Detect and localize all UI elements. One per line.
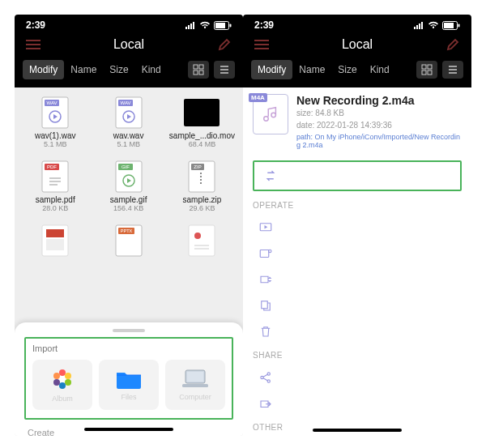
- grid-view-icon[interactable]: [416, 61, 437, 79]
- file-thumb-icon: [37, 225, 73, 256]
- operate-copy[interactable]: [253, 292, 462, 318]
- import-tile-label: Album: [52, 395, 73, 403]
- home-indicator[interactable]: [313, 429, 402, 432]
- svg-text:PPTX: PPTX: [120, 228, 132, 233]
- svg-rect-4: [199, 65, 203, 69]
- file-name: wav(1).wav: [23, 131, 87, 140]
- import-highlight-box: Import AlbumFilesComputer: [24, 337, 233, 420]
- menu-icon[interactable]: [24, 37, 42, 52]
- svg-rect-54: [260, 250, 269, 258]
- file-item[interactable]: WAVwav(1).wav5.1 MB: [21, 94, 89, 153]
- file-ext-badge: M4A: [249, 93, 267, 102]
- svg-rect-31: [189, 225, 215, 256]
- photos-icon: [50, 367, 75, 391]
- svg-point-59: [267, 380, 270, 382]
- svg-text:WAV: WAV: [120, 100, 130, 105]
- signal-icon: [185, 21, 196, 29]
- phone-left: 2:39 Local Mo: [15, 15, 243, 436]
- sort-option-kind[interactable]: Kind: [135, 60, 168, 79]
- svg-rect-48: [458, 23, 460, 27]
- import-tile-computer[interactable]: Computer: [165, 360, 225, 410]
- wifi-icon: [199, 21, 211, 29]
- share-icon: [258, 369, 274, 386]
- rename-icon: [258, 245, 274, 262]
- file-item[interactable]: [168, 222, 237, 264]
- status-indicators: [413, 21, 460, 30]
- share-section-title: SHARE: [253, 351, 462, 360]
- sort-option-size[interactable]: Size: [103, 60, 134, 79]
- list-view-icon[interactable]: [442, 61, 463, 79]
- svg-text:WAV: WAV: [47, 100, 58, 105]
- sort-option-name[interactable]: Name: [292, 60, 331, 79]
- svg-point-55: [269, 250, 271, 252]
- file-item[interactable]: WAVwav.wav5.1 MB: [94, 94, 162, 153]
- convert-highlight-box[interactable]: [253, 160, 462, 191]
- file-item[interactable]: PDFsample.pdf28.0 KB: [21, 158, 89, 217]
- sheet-handle[interactable]: [113, 329, 145, 332]
- nav-bar: Local: [243, 32, 471, 60]
- operate-play[interactable]: [253, 215, 462, 241]
- file-grid: WAVwav(1).wav5.1 MBWAVwav.wav5.1 MBsampl…: [21, 94, 237, 264]
- svg-rect-1: [215, 23, 225, 28]
- grid-view-icon[interactable]: [188, 61, 209, 79]
- file-name: sample.pdf: [23, 195, 87, 204]
- signal-icon: [413, 21, 424, 29]
- svg-point-35: [65, 373, 71, 379]
- edit-icon[interactable]: [215, 37, 233, 52]
- file-path-line: path: On My iPhone/iConv/Imported/New Re…: [296, 133, 462, 149]
- file-size: 5.1 MB: [96, 140, 160, 148]
- file-title: New Recording 2.m4a: [296, 94, 462, 107]
- svg-rect-51: [422, 70, 426, 75]
- import-tile-files[interactable]: Files: [99, 360, 159, 410]
- file-thumb-icon: WAV: [111, 97, 147, 128]
- convert-icon: [262, 168, 279, 184]
- file-size: 5.1 MB: [23, 140, 87, 148]
- file-item[interactable]: sample_...dio.mov68.4 MB: [168, 94, 237, 153]
- file-thumb-icon: [184, 225, 220, 256]
- import-tile-album[interactable]: Album: [32, 360, 92, 410]
- svg-point-38: [53, 379, 60, 386]
- file-size: 28.0 KB: [23, 204, 87, 212]
- file-grid-area: WAVwav(1).wav5.1 MBWAVwav.wav5.1 MBsampl…: [15, 87, 243, 436]
- sort-option-name[interactable]: Name: [64, 60, 103, 79]
- import-tile-label: Files: [121, 393, 136, 401]
- edit-icon[interactable]: [444, 37, 462, 52]
- sort-bar: ModifyNameSizeKind: [15, 60, 243, 87]
- file-item[interactable]: GIFsample.gif156.4 KB: [94, 158, 162, 217]
- music-note-icon: [262, 105, 279, 123]
- sort-option-modify[interactable]: Modify: [251, 60, 292, 79]
- svg-rect-49: [422, 65, 426, 69]
- sort-segmented[interactable]: ModifyNameSizeKind: [251, 60, 396, 79]
- sort-option-kind[interactable]: Kind: [364, 60, 396, 79]
- svg-point-37: [59, 382, 66, 389]
- move-icon: [258, 271, 274, 288]
- sort-segmented[interactable]: ModifyNameSizeKind: [23, 60, 168, 79]
- file-size: 68.4 MB: [169, 140, 235, 148]
- list-view-icon[interactable]: [214, 61, 235, 79]
- svg-rect-3: [194, 65, 198, 69]
- svg-rect-5: [194, 70, 198, 75]
- sort-option-size[interactable]: Size: [331, 60, 363, 79]
- menu-icon[interactable]: [253, 37, 271, 52]
- copy-icon: [258, 297, 274, 314]
- operate-move[interactable]: [253, 267, 462, 292]
- svg-point-32: [194, 233, 201, 239]
- operate-rename[interactable]: [253, 241, 462, 267]
- svg-rect-41: [187, 372, 203, 382]
- sort-bar: ModifyNameSizeKind: [243, 60, 471, 87]
- file-item[interactable]: [21, 222, 89, 264]
- file-item[interactable]: ZIPsample.zip29.6 KB: [168, 158, 237, 217]
- home-indicator[interactable]: [84, 428, 173, 431]
- svg-rect-47: [444, 23, 454, 28]
- operate-section-title: OPERATE: [253, 201, 462, 210]
- svg-rect-2: [230, 23, 232, 27]
- sort-option-modify[interactable]: Modify: [23, 60, 64, 79]
- operate-delete[interactable]: [253, 318, 462, 344]
- export-icon: [258, 395, 274, 412]
- share-action[interactable]: [253, 365, 462, 390]
- share-export[interactable]: [253, 390, 462, 416]
- svg-rect-26: [46, 229, 64, 237]
- file-size: 29.6 KB: [169, 204, 235, 212]
- file-thumb-icon: GIF: [111, 161, 147, 192]
- file-item[interactable]: PPTX: [94, 222, 162, 264]
